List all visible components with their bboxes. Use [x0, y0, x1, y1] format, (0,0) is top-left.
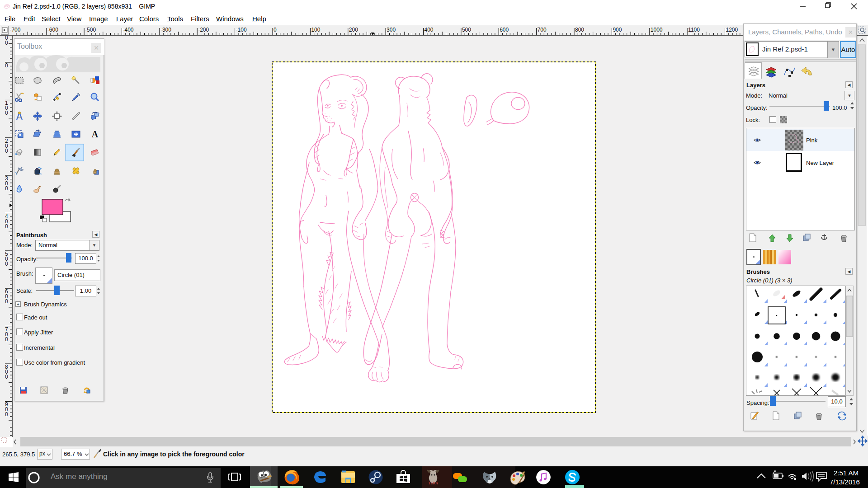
- svg-text:800: 800: [575, 27, 584, 33]
- svg-text:-400: -400: [123, 27, 134, 33]
- svg-text:-100: -100: [236, 27, 247, 33]
- svg-text:700: 700: [538, 27, 547, 33]
- svg-text:0: 0: [5, 336, 8, 343]
- svg-text:0: 0: [274, 27, 277, 33]
- svg-text:0: 0: [5, 411, 8, 418]
- svg-text:-500: -500: [85, 27, 96, 33]
- svg-text:200: 200: [349, 27, 358, 33]
- svg-text:300: 300: [387, 27, 396, 33]
- svg-text:500: 500: [462, 27, 471, 33]
- svg-text:600: 600: [500, 27, 509, 33]
- svg-text:0: 0: [5, 185, 8, 192]
- svg-text:1200: 1200: [726, 27, 738, 33]
- svg-text:0: 0: [5, 62, 8, 69]
- svg-text:-600: -600: [47, 27, 58, 33]
- svg-text:0: 0: [5, 110, 8, 116]
- svg-text:TERA: TERA: [428, 481, 438, 485]
- svg-text:7/13/2016: 7/13/2016: [830, 478, 860, 486]
- svg-text:-700: -700: [9, 27, 20, 33]
- svg-text:2:51 AM: 2:51 AM: [834, 469, 859, 477]
- svg-text:-200: -200: [198, 27, 209, 33]
- svg-text:100: 100: [311, 27, 320, 33]
- svg-text:-300: -300: [160, 27, 171, 33]
- svg-text:0: 0: [5, 374, 8, 380]
- svg-text:1000: 1000: [651, 27, 663, 33]
- svg-text:1100: 1100: [688, 27, 700, 33]
- svg-text:0: 0: [5, 148, 8, 154]
- svg-text:A: A: [92, 129, 99, 139]
- svg-text:400: 400: [425, 27, 434, 33]
- svg-text:0: 0: [5, 298, 8, 305]
- svg-text:0: 0: [5, 40, 8, 46]
- svg-text:0: 0: [5, 223, 8, 230]
- svg-text:0: 0: [5, 261, 8, 267]
- svg-text:900: 900: [613, 27, 622, 33]
